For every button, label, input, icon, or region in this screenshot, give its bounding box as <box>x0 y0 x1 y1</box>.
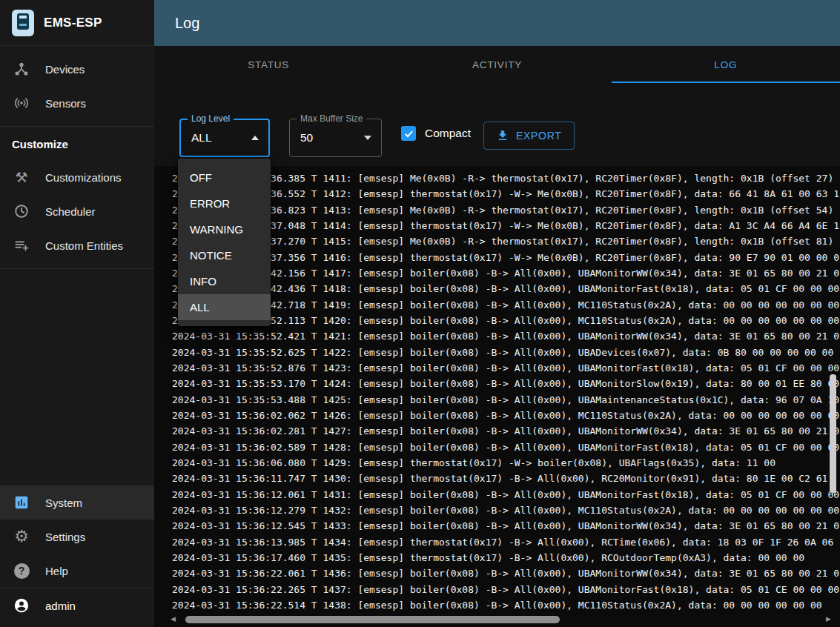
log-line: 2024-03-31 15:35:36.552 T 1412: [emsesp]… <box>172 186 840 202</box>
max-buffer-size-select[interactable]: Max Buffer Size 50 <box>289 119 382 157</box>
log-level-select[interactable]: Log Level ALL <box>179 119 270 157</box>
device-hub-icon <box>13 60 30 78</box>
sidebar-header: EMS-ESP <box>0 0 154 46</box>
max-buffer-size-label: Max Buffer Size <box>297 113 366 124</box>
ems-esp-app: EMS-ESP Devices Sensors <box>0 0 840 627</box>
system-monitor-icon <box>13 494 30 511</box>
sidebar-item-label: Sensors <box>45 97 86 110</box>
log-line: 2024-03-31 15:35:52.625 T 1422: [emsesp]… <box>172 345 840 360</box>
log-line: 2024-03-31 15:36:02.062 T 1426: [emsesp]… <box>172 408 840 423</box>
export-button[interactable]: EXPORT <box>483 122 575 150</box>
menu-item-info[interactable]: INFO <box>178 268 271 294</box>
log-line: 2024-03-31 15:36:02.589 T 1428: [emsesp]… <box>172 439 840 455</box>
horizontal-scrollbar-thumb[interactable] <box>185 616 560 623</box>
log-line: 2024-03-31 15:35:42.436 T 1418: [emsesp]… <box>172 281 840 296</box>
log-line: 2024-03-31 15:35:52.876 T 1423: [emsesp]… <box>172 360 840 376</box>
log-line: 2024-03-31 15:35:53.488 T 1425: [emsesp]… <box>172 392 840 408</box>
sensors-icon <box>13 94 30 112</box>
tools-icon: ⚒ <box>13 168 30 186</box>
tab-log[interactable]: LOG <box>612 46 840 83</box>
tab-activity[interactable]: ACTIVITY <box>383 46 611 83</box>
log-line: 2024-03-31 15:35:36.823 T 1413: [emsesp]… <box>172 202 840 218</box>
log-line: 2024-03-31 15:35:37.270 T 1415: [emsesp]… <box>172 233 840 249</box>
app-title: EMS-ESP <box>44 16 102 30</box>
sidebar-item-settings[interactable]: ⚙ Settings <box>0 520 154 554</box>
sidebar-item-help[interactable]: ? Help <box>0 554 154 588</box>
max-buffer-size-value: 50 <box>300 131 313 145</box>
sidebar-item-label: Devices <box>45 63 85 76</box>
export-button-label: EXPORT <box>516 130 562 142</box>
sidebar-divider <box>0 268 154 269</box>
log-line: 2024-03-31 15:36:11.747 T 1430: [emsesp]… <box>172 471 840 486</box>
sidebar-item-devices[interactable]: Devices <box>0 52 154 86</box>
menu-item-off[interactable]: OFF <box>178 165 271 190</box>
tab-bar: STATUS ACTIVITY LOG <box>154 46 840 83</box>
log-line: 2024-03-31 15:36:12.279 T 1432: [emsesp]… <box>172 502 840 518</box>
menu-item-all[interactable]: ALL <box>178 294 271 320</box>
scroll-right-arrow-icon[interactable]: ▶ <box>826 616 831 623</box>
log-line: 2024-03-31 15:35:37.356 T 1416: [emsesp]… <box>172 250 840 265</box>
log-line: 2024-03-31 15:36:12.061 T 1431: [emsesp]… <box>172 487 840 502</box>
menu-item-warning[interactable]: WARNING <box>178 216 271 242</box>
log-line: 2024-03-31 15:35:52.113 T 1420: [emsesp]… <box>172 313 840 328</box>
log-line: 2024-03-31 15:36:06.080 T 1429: [emsesp]… <box>172 455 840 471</box>
sidebar-item-label: Customizations <box>45 171 122 184</box>
sidebar: EMS-ESP Devices Sensors <box>0 0 154 627</box>
log-line: 2024-03-31 15:36:22.265 T 1437: [emsesp]… <box>172 582 840 597</box>
log-line: 2024-03-31 15:35:36.385 T 1411: [emsesp]… <box>172 170 840 186</box>
log-line: 2024-03-31 15:36:22.514 T 1438: [emsesp]… <box>172 597 840 613</box>
sidebar-section-customize: Customize <box>0 127 154 159</box>
sidebar-item-scheduler[interactable]: Scheduler <box>0 194 154 228</box>
compact-checkbox[interactable] <box>401 126 416 141</box>
vertical-scrollbar-thumb[interactable] <box>830 374 836 493</box>
tab-status[interactable]: STATUS <box>154 46 383 83</box>
log-line: 2024-03-31 15:36:12.545 T 1433: [emsesp]… <box>172 518 840 534</box>
gear-icon: ⚙ <box>13 528 30 545</box>
sidebar-item-customizations[interactable]: ⚒ Customizations <box>0 160 154 194</box>
log-line: 2024-03-31 15:35:52.421 T 1421: [emsesp]… <box>172 328 840 344</box>
sidebar-main-nav: Devices Sensors <box>0 46 154 126</box>
sidebar-item-label: Scheduler <box>45 205 96 218</box>
chevron-up-icon <box>251 136 259 140</box>
sidebar-item-label: Help <box>45 565 68 577</box>
horizontal-scrollbar: ◀ ▶ <box>171 614 831 624</box>
sidebar-item-custom-entities[interactable]: Custom Entities <box>0 228 154 262</box>
sidebar-item-label: Custom Entities <box>45 239 123 252</box>
playlist-add-icon <box>13 236 30 254</box>
log-line: 2024-03-31 15:36:02.281 T 1427: [emsesp]… <box>172 423 840 439</box>
scroll-left-arrow-icon[interactable]: ◀ <box>171 616 176 623</box>
boiler-glyph <box>17 13 29 30</box>
menu-item-error[interactable]: ERROR <box>178 190 271 216</box>
horizontal-scrollbar-track[interactable] <box>179 616 822 623</box>
sidebar-customize-nav: ⚒ Customizations Scheduler <box>0 159 154 268</box>
sidebar-item-label: Settings <box>45 531 85 543</box>
sidebar-user[interactable]: admin <box>0 588 154 623</box>
log-line: 2024-03-31 15:36:17.460 T 1435: [emsesp]… <box>172 550 840 565</box>
log-level-select-value: ALL <box>191 131 212 145</box>
log-line: 2024-03-31 15:35:42.718 T 1419: [emsesp]… <box>172 297 840 313</box>
compact-label: Compact <box>425 127 471 140</box>
main-content: Log STATUS ACTIVITY LOG Log Level ALL Ma… <box>154 0 840 627</box>
chevron-down-icon <box>364 136 371 140</box>
sidebar-item-system[interactable]: System <box>0 485 154 520</box>
app-bar: Log <box>154 0 840 46</box>
log-line: 2024-03-31 15:35:53.170 T 1424: [emsesp]… <box>172 376 840 391</box>
log-line: 2024-03-31 15:35:42.156 T 1417: [emsesp]… <box>172 265 840 281</box>
account-circle-icon <box>13 597 30 614</box>
help-icon: ? <box>13 562 30 580</box>
menu-item-notice[interactable]: NOTICE <box>178 242 271 268</box>
page-title: Log <box>175 15 199 32</box>
username-label: admin <box>45 600 76 612</box>
log-level-menu: OFF ERROR WARNING NOTICE INFO ALL <box>178 159 271 326</box>
sidebar-bottom: System ⚙ Settings ? Help admin <box>0 485 154 623</box>
log-line: 2024-03-31 15:35:37.048 T 1414: [emsesp]… <box>172 218 840 233</box>
question-mark-glyph: ? <box>14 563 30 579</box>
log-line: 2024-03-31 15:36:22.061 T 1436: [emsesp]… <box>172 565 840 581</box>
sidebar-item-label: System <box>45 497 82 509</box>
sidebar-item-sensors[interactable]: Sensors <box>0 86 154 120</box>
log-lines: 2024-03-31 15:35:36.385 T 1411: [emsesp]… <box>172 170 840 614</box>
compact-toggle[interactable]: Compact <box>401 126 471 141</box>
log-level-select-label: Log Level <box>188 113 234 124</box>
log-line: 2024-03-31 15:36:13.985 T 1434: [emsesp]… <box>172 534 840 550</box>
ems-esp-logo-icon <box>12 10 34 36</box>
